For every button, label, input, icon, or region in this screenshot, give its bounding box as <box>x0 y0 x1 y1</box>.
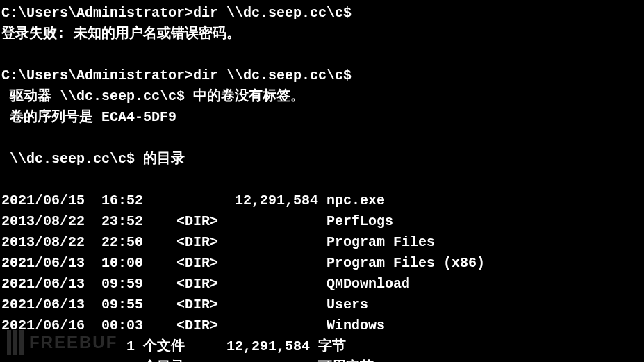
command: dir \\dc.seep.cc\c$ <box>193 67 352 83</box>
listing-row: 2021/06/16 00:03 <DIR> Windows <box>1 315 643 336</box>
blank-line <box>1 170 643 190</box>
file-listing: 2021/06/15 16:52 12,291,584 npc.exe2013/… <box>1 190 643 336</box>
blank-line <box>1 128 643 149</box>
prompt: C:\Users\Administrator> <box>1 67 193 83</box>
command: dir \\dc.seep.cc\c$ <box>193 5 352 21</box>
volume-line: 驱动器 \\dc.seep.cc\c$ 中的卷没有标签。 <box>1 86 643 107</box>
listing-row: 2021/06/15 16:52 12,291,584 npc.exe <box>1 190 643 211</box>
serial-line: 卷的序列号是 ECA4-5DF9 <box>1 107 643 128</box>
terminal-output: C:\Users\Administrator>dir \\dc.seep.cc\… <box>1 3 643 362</box>
listing-row: 2021/06/13 09:55 <DIR> Users <box>1 295 643 315</box>
listing-row: 2021/06/13 10:00 <DIR> Program Files (x8… <box>1 253 643 274</box>
listing-row: 2013/08/22 23:52 <DIR> PerfLogs <box>1 211 643 232</box>
prompt-line-2: C:\Users\Administrator>dir \\dc.seep.cc\… <box>1 65 643 86</box>
prompt: C:\Users\Administrator> <box>1 5 193 21</box>
summary-files: 1 个文件 12,291,584 字节 <box>1 336 643 357</box>
listing-row: 2013/08/22 22:50 <DIR> Program Files <box>1 232 643 253</box>
blank-line <box>1 44 643 65</box>
summary-dirs: 6 个目录 54,329,110,528 可用字节 <box>1 357 643 362</box>
listing-row: 2021/06/13 09:59 <DIR> QMDownload <box>1 274 643 295</box>
directory-of-line: \\dc.seep.cc\c$ 的目录 <box>1 149 643 170</box>
error-line: 登录失败: 未知的用户名或错误密码。 <box>1 24 643 44</box>
prompt-line-1: C:\Users\Administrator>dir \\dc.seep.cc\… <box>1 3 643 24</box>
